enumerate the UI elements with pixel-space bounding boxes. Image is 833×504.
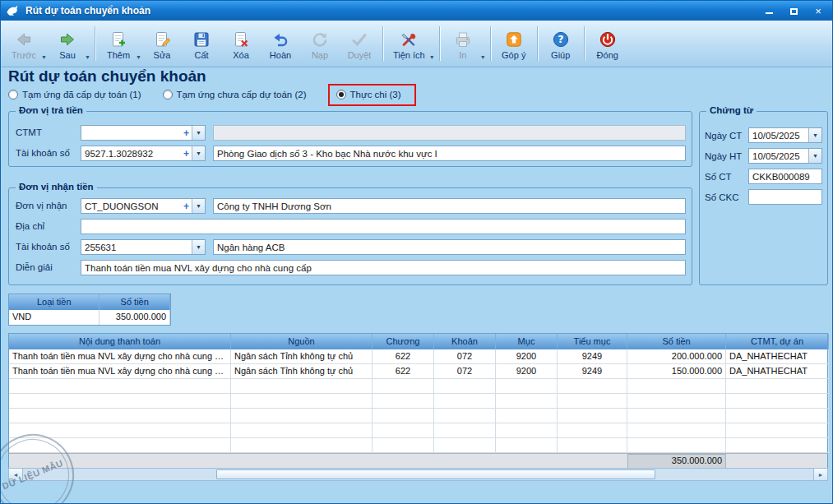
ngay-ct-date-field[interactable]: 10/05/2025▼ [748,127,822,143]
receiver-unit-combo[interactable]: CT_DUONGSON + ▼ [81,198,206,214]
column-header[interactable]: Loại tiền [9,294,99,310]
table-cell[interactable] [496,438,558,453]
column-header[interactable]: Chương [373,334,434,349]
toolbar-button-save[interactable]: Cất [182,22,221,65]
table-cell[interactable] [9,409,231,423]
so-ct-field[interactable]: CKKB000089 [748,169,822,184]
add-new-icon[interactable]: + [181,201,192,212]
toolbar-button-approve[interactable]: Duyệt [340,22,379,65]
table-cell[interactable] [373,394,434,409]
toolbar-button-reload[interactable]: Nạp [300,22,340,65]
column-header[interactable]: Số tiền [627,334,726,349]
chevron-down-icon[interactable]: ▼ [41,54,47,60]
toolbar-button-delete[interactable]: Xóa [221,22,261,65]
scroll-left-icon[interactable]: ◄ [9,469,23,480]
table-cell[interactable] [231,379,373,394]
toolbar-button-print[interactable]: In▼ [443,22,487,65]
table-cell[interactable] [558,438,627,453]
table-cell[interactable]: 622 [373,364,434,379]
table-cell[interactable] [231,423,373,438]
ctmt-combo[interactable]: + ▼ [81,125,206,141]
table-cell[interactable] [9,394,231,409]
table-cell[interactable] [434,409,496,423]
table-cell[interactable] [496,423,558,438]
table-cell[interactable]: 150.000.000 [627,364,726,379]
table-cell[interactable]: 622 [373,349,434,364]
table-cell[interactable]: Thanh toán tiền mua NVL xây dựng cho nhà… [9,364,231,379]
chevron-down-icon[interactable]: ▼ [85,54,90,60]
table-cell[interactable] [558,409,627,423]
column-header[interactable]: CTMT, dự án [726,334,829,349]
table-cell[interactable] [496,394,558,409]
chevron-down-icon[interactable]: ▼ [808,149,821,163]
toolbar-button-utilities[interactable]: Tiện ích▼ [386,22,436,65]
column-header[interactable]: Số tiền [99,294,170,310]
column-header[interactable]: Khoản [434,334,496,349]
table-cell[interactable] [434,379,496,394]
column-header[interactable]: Mục [496,334,558,349]
radio-thuc-chi[interactable]: Thực chi (3) [336,90,401,99]
table-cell[interactable] [373,379,434,394]
receiver-account-desc-field[interactable]: Ngân hàng ACB [213,239,686,255]
table-cell[interactable] [231,438,373,453]
table-cell[interactable]: 072 [434,349,496,364]
table-cell[interactable] [231,409,373,423]
table-cell[interactable]: Ngân sách Tỉnh không tự chủ [231,364,373,379]
table-cell[interactable] [627,379,726,394]
table-cell[interactable] [558,379,627,394]
table-cell[interactable]: 9249 [558,364,627,379]
table-cell[interactable]: 9200 [496,349,558,364]
chevron-down-icon[interactable]: ▼ [192,146,205,160]
table-cell[interactable] [726,379,829,394]
table-cell[interactable]: VND [9,310,99,325]
chevron-down-icon[interactable]: ▼ [480,54,486,60]
table-cell[interactable] [496,409,558,423]
table-cell[interactable]: Ngân sách Tỉnh không tự chủ [231,349,373,364]
table-cell[interactable] [627,423,726,438]
table-cell[interactable]: 200.000.000 [627,349,726,364]
chevron-down-icon[interactable]: ▼ [808,128,821,142]
receiver-address-field[interactable] [81,219,686,234]
toolbar-button-forward[interactable]: Sau▼ [48,22,91,65]
scrollbar-thumb[interactable] [216,469,655,479]
toolbar-button-help[interactable]: ?Giúp [541,22,581,65]
toolbar-button-back[interactable]: Trước▼ [4,22,48,65]
table-cell[interactable] [726,423,829,438]
receiver-account-combo[interactable]: 255631 ▼ [81,239,206,255]
table-cell[interactable] [726,409,829,423]
radio-tam-ung-da-cap-du-toan[interactable]: Tạm ứng đã cấp dự toán (1) [8,90,141,99]
chevron-down-icon[interactable]: ▼ [192,240,205,254]
table-cell[interactable] [496,379,558,394]
table-cell[interactable] [373,409,434,423]
table-cell[interactable]: 350.000.000 [99,310,170,325]
radio-tam-ung-chua-cap-du-toan[interactable]: Tạm ứng chưa cấp dự toán (2) [163,90,307,99]
table-cell[interactable]: 9200 [496,364,558,379]
toolbar-button-add[interactable]: Thêm▼ [99,22,142,65]
table-cell[interactable] [373,438,434,453]
toolbar-button-feedback[interactable]: Góp ý [494,22,534,65]
so-ckc-field[interactable] [748,189,822,205]
table-cell[interactable] [373,423,434,438]
add-new-icon[interactable]: + [181,148,192,160]
table-cell[interactable] [9,423,231,438]
horizontal-scrollbar[interactable]: ◄ ► [8,468,828,481]
column-header[interactable]: Nguồn [231,334,373,349]
table-cell[interactable] [726,394,829,409]
minimize-button[interactable] [763,6,775,16]
table-cell[interactable]: DA_NHATHECHAT [726,349,829,364]
payer-account-combo[interactable]: 9527.1.3028932 + ▼ [81,146,206,161]
maximize-button[interactable] [788,6,799,16]
add-new-icon[interactable]: + [181,127,192,139]
chevron-down-icon[interactable]: ▼ [429,54,435,60]
toolbar-button-undo[interactable]: Hoàn [261,22,300,65]
table-cell[interactable] [627,394,726,409]
table-cell[interactable]: 072 [434,364,496,379]
table-cell[interactable] [231,394,373,409]
table-cell[interactable] [9,379,231,394]
table-cell[interactable] [434,423,496,438]
ngay-ht-date-field[interactable]: 10/05/2025▼ [748,148,822,164]
chevron-down-icon[interactable]: ▼ [192,199,205,213]
table-cell[interactable] [558,394,627,409]
table-cell[interactable]: Thanh toán tiền mua NVL xây dựng cho nhà… [9,349,231,364]
toolbar-button-close[interactable]: Đóng [588,22,627,65]
